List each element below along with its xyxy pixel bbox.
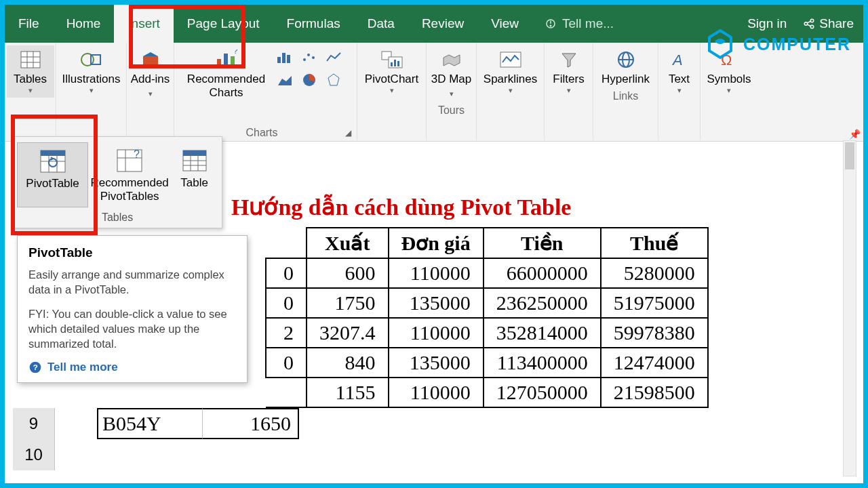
tab-review[interactable]: Review xyxy=(408,5,477,43)
sheet-title-cell[interactable]: Hướng dẫn cách dùng Pivot Table xyxy=(231,193,571,220)
help-icon: ? xyxy=(28,361,42,374)
tables-dropdown-panel: PivotTable ? Recommended PivotTables Tab… xyxy=(12,136,222,228)
svg-text:Ω: Ω xyxy=(721,52,732,68)
svg-point-4 xyxy=(811,19,814,22)
svg-point-23 xyxy=(303,58,306,61)
filter-icon xyxy=(561,48,577,71)
radar-chart-icon[interactable] xyxy=(323,70,344,90)
data-table[interactable]: Xuất Đơn giá Tiền Thuế 06001100006600000… xyxy=(265,227,709,408)
illustrations-button[interactable]: Illustrations▾ xyxy=(59,45,124,98)
filters-button[interactable]: Filters▾ xyxy=(547,45,591,98)
collapse-ribbon-pin[interactable]: 📌 xyxy=(849,129,861,140)
svg-rect-20 xyxy=(277,57,281,63)
tours-group-label: Tours xyxy=(438,103,465,118)
shapes-icon xyxy=(80,48,103,71)
sparklines-button[interactable]: Sparklines▾ xyxy=(479,45,542,98)
svg-text:?: ? xyxy=(33,363,38,371)
ribbon: Tables▾ Illustrations▾ Add-ins ▾ ? Recom… xyxy=(5,43,863,142)
tables-group-label: Tables xyxy=(13,210,222,228)
svg-rect-21 xyxy=(282,53,285,63)
hyperlink-button[interactable]: Hyperlink xyxy=(596,45,656,89)
pivottable-button[interactable]: PivotTable xyxy=(17,142,88,207)
svg-point-24 xyxy=(307,54,310,56)
svg-rect-8 xyxy=(21,52,40,68)
addins-button[interactable]: Add-ins ▾ xyxy=(130,45,172,103)
pivotchart-icon xyxy=(380,48,403,71)
pie-chart-icon[interactable] xyxy=(299,70,319,90)
pivottable-tooltip: PivotTable Easily arrange and summarize … xyxy=(17,235,248,383)
svg-marker-27 xyxy=(328,74,339,85)
tab-data[interactable]: Data xyxy=(354,5,408,43)
tab-insert[interactable]: Insert xyxy=(114,5,174,43)
text-button[interactable]: A Text▾ xyxy=(661,45,698,98)
svg-text:A: A xyxy=(671,52,683,68)
pivottable-icon xyxy=(39,147,66,176)
tell-me-more-link[interactable]: ? Tell me more xyxy=(28,361,236,374)
tab-home[interactable]: Home xyxy=(53,5,115,43)
svg-text:?: ? xyxy=(134,148,140,160)
svg-rect-15 xyxy=(143,56,158,66)
tooltip-title: PivotTable xyxy=(28,245,236,260)
tab-view[interactable]: View xyxy=(477,5,532,43)
tooltip-body-1: Easily arrange and summarize complex dat… xyxy=(28,267,236,297)
tables-dropdown-button[interactable]: Tables▾ xyxy=(7,45,54,98)
svg-rect-17 xyxy=(224,54,228,68)
ribbon-tabs: File Home Insert Page Layout Formulas Da… xyxy=(5,5,863,43)
bar-chart-icon[interactable] xyxy=(275,47,295,67)
recommended-pivottables-icon: ? xyxy=(116,146,143,175)
recommended-pivottables-button[interactable]: ? Recommended PivotTables xyxy=(92,142,167,207)
row-9-cells[interactable]: B054Y 1650 xyxy=(97,408,299,439)
tab-file[interactable]: File xyxy=(5,5,53,43)
symbols-button[interactable]: Ω Symbols▾ xyxy=(703,45,755,98)
chart-type-grid xyxy=(275,45,351,90)
col-dongia[interactable]: Đơn giá xyxy=(389,228,484,258)
svg-point-25 xyxy=(312,56,315,59)
links-group-label: Links xyxy=(613,89,638,104)
col-xuat[interactable]: Xuất xyxy=(307,228,389,258)
svg-rect-16 xyxy=(217,59,221,68)
tell-me-search[interactable]: Tell me... xyxy=(545,5,614,43)
omega-icon: Ω xyxy=(719,48,738,71)
line-chart-icon[interactable] xyxy=(323,47,344,67)
row-header-9[interactable]: 9 xyxy=(13,408,55,439)
hyperlink-icon xyxy=(615,48,637,71)
svg-rect-18 xyxy=(231,56,235,68)
share-button[interactable]: Share xyxy=(803,16,854,31)
tooltip-body-2: FYI: You can double-click a value to see… xyxy=(28,306,236,351)
svg-point-3 xyxy=(805,22,808,26)
tab-formulas[interactable]: Formulas xyxy=(273,5,354,43)
text-icon: A xyxy=(671,48,688,71)
area-chart-icon[interactable] xyxy=(275,70,295,90)
col-tien[interactable]: Tiền xyxy=(484,228,601,258)
svg-rect-33 xyxy=(500,52,521,67)
map-icon xyxy=(442,48,461,71)
tables-icon xyxy=(20,48,41,71)
svg-line-6 xyxy=(808,21,811,23)
svg-rect-22 xyxy=(287,55,290,63)
vertical-scrollbar[interactable] xyxy=(843,140,856,476)
col-thue[interactable]: Thuế xyxy=(601,228,708,258)
svg-line-7 xyxy=(808,24,811,26)
svg-rect-31 xyxy=(394,60,396,66)
svg-rect-32 xyxy=(397,61,399,66)
sparklines-icon xyxy=(500,48,521,71)
pivotchart-button[interactable]: PivotChart▾ xyxy=(360,45,424,98)
3d-map-button[interactable]: 3D Map ▾ xyxy=(429,45,474,103)
recommended-charts-icon: ? xyxy=(214,48,239,71)
charts-dialog-launcher[interactable]: ◢ xyxy=(345,128,351,138)
svg-point-2 xyxy=(550,25,551,26)
svg-text:?: ? xyxy=(233,49,238,56)
row-header-10[interactable]: 10 xyxy=(13,439,55,470)
table-icon xyxy=(182,146,207,175)
svg-rect-30 xyxy=(391,62,393,66)
tab-page-layout[interactable]: Page Layout xyxy=(174,5,273,43)
svg-rect-40 xyxy=(41,150,65,156)
store-icon xyxy=(141,48,160,71)
recommended-charts-button[interactable]: ? Recommended Charts xyxy=(181,45,272,102)
sign-in-link[interactable]: Sign in xyxy=(747,16,787,31)
svg-point-5 xyxy=(811,25,814,28)
svg-rect-49 xyxy=(183,150,206,156)
table-button[interactable]: Table xyxy=(171,142,218,207)
scatter-chart-icon[interactable] xyxy=(299,47,319,67)
